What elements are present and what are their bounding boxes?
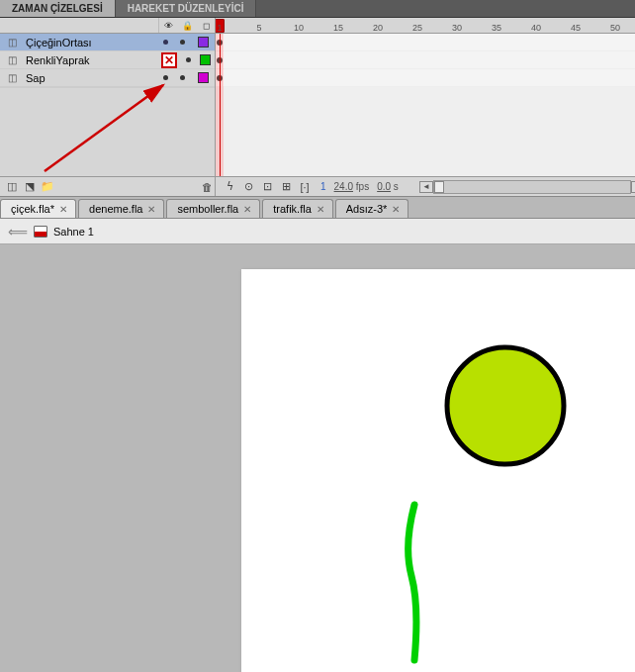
timeline-panel: 👁 🔒 ◻ 15101520253035404550 ◫ÇiçeğinOrtas… [0,18,635,197]
center-frame-button[interactable]: ϟ [222,179,237,195]
tab-label: trafik.fla [273,203,312,215]
ruler-tick: 5 [256,23,261,33]
document-tab[interactable]: Adsız-3*✕ [335,199,409,218]
visibility-dot[interactable] [163,40,168,45]
document-tabs: çiçek.fla*✕deneme.fla✕semboller.fla✕traf… [0,197,635,219]
onion-outline-button[interactable]: ⊡ [259,179,275,195]
visibility-hidden-icon[interactable]: ✕ [161,52,177,68]
layer-name[interactable]: ÇiçeğinOrtası [22,37,157,48]
lock-dot[interactable] [180,40,185,45]
fps-display: 24.0 fps [334,181,370,192]
scroll-left-button[interactable]: ◄ [419,181,433,193]
scroll-right-button[interactable]: ► [631,181,635,193]
frame-row[interactable] [216,51,635,69]
timeline-header: 👁 🔒 ◻ 15101520253035404550 [0,18,635,34]
scroll-thumb[interactable] [434,181,444,193]
layer-buttons: ◫ ⬔ 📁 🗑 [0,177,216,196]
close-icon[interactable]: ✕ [59,204,67,215]
flower-center-shape [447,347,564,464]
tab-motion-editor[interactable]: HAREKET DÜZENLEYİCİ [116,0,257,17]
ruler-tick: 40 [531,23,541,33]
ruler-tick: 35 [492,23,501,33]
visibility-dot[interactable] [163,75,168,80]
new-motion-button[interactable]: ⬔ [22,179,38,195]
back-arrow-icon[interactable]: ⟸ [8,224,28,240]
ruler-tick: 10 [294,23,304,33]
layer-name[interactable]: RenkliYaprak [22,54,157,66]
edit-multi-button[interactable]: ⊞ [278,179,294,195]
delete-layer-button[interactable]: 🗑 [199,179,215,195]
layer-row[interactable]: ◫ÇiçeğinOrtası [0,34,215,51]
scene-name[interactable]: Sahne 1 [53,226,94,238]
lock-dot[interactable] [180,75,185,80]
timeline-scrollbar[interactable]: ◄ ► [433,180,631,194]
frame-row[interactable] [216,34,635,51]
layer-type-icon: ◫ [8,37,22,48]
onion-skin-button[interactable]: ⊙ [240,179,256,195]
stage-canvas[interactable] [241,269,635,672]
ruler-tick: 25 [412,23,422,33]
close-icon[interactable]: ✕ [243,204,251,215]
timeline-header-spacer [0,18,158,33]
ruler-tick: 1 [217,23,222,33]
layer-name[interactable]: Sap [22,72,157,84]
frames-area[interactable] [216,34,635,176]
document-tab[interactable]: semboller.fla✕ [166,199,260,218]
outline-swatch[interactable] [200,54,211,65]
stem-shape [408,505,416,660]
frame-row[interactable] [216,69,635,87]
lock-dot[interactable] [186,57,191,62]
ruler-tick: 45 [571,23,581,33]
panel-tabs: ZAMAN ÇİZELGESİ HAREKET DÜZENLEYİCİ [0,0,635,18]
outline-swatch[interactable] [198,72,209,83]
tab-label: çiçek.fla* [11,203,54,215]
layer-list: ◫ÇiçeğinOrtası◫RenkliYaprak✕◫Sap [0,34,216,176]
stage-artwork [241,269,635,672]
document-tab[interactable]: çiçek.fla*✕ [0,199,76,218]
modify-markers-button[interactable]: [·] [297,179,313,195]
document-tab[interactable]: trafik.fla✕ [262,199,333,218]
edit-bar: ⟸ Sahne 1 [0,219,635,244]
ruler-tick: 50 [610,23,620,33]
new-layer-button[interactable]: ◫ [4,179,20,195]
timeline-body: ◫ÇiçeğinOrtası◫RenkliYaprak✕◫Sap [0,34,635,176]
tab-timeline[interactable]: ZAMAN ÇİZELGESİ [0,0,116,17]
timeline-status: ϟ ⊙ ⊡ ⊞ [·] 1 24.0 fps 0.0 s ◄ ► [216,179,635,195]
timeline-footer: ◫ ⬔ 📁 🗑 ϟ ⊙ ⊡ ⊞ [·] 1 24.0 fps 0.0 s ◄ ► [0,176,635,196]
close-icon[interactable]: ✕ [392,204,400,215]
new-folder-button[interactable]: 📁 [40,179,55,195]
eye-column-icon[interactable]: 👁 [164,21,173,31]
ruler-tick: 30 [452,23,462,33]
tab-label: semboller.fla [177,203,238,215]
playhead-line [220,34,221,176]
close-icon[interactable]: ✕ [147,204,155,215]
timeline-ruler[interactable]: 15101520253035404550 [216,18,635,33]
layers-filler [0,87,215,176]
close-icon[interactable]: ✕ [317,204,324,215]
layer-row[interactable]: ◫Sap [0,69,215,87]
current-frame: 1 [320,181,326,192]
stage-area[interactable] [0,244,635,672]
tab-label: Adsız-3* [346,203,388,215]
tab-label: deneme.fla [89,203,142,215]
layer-type-icon: ◫ [8,72,22,83]
ruler-tick: 15 [333,23,343,33]
outline-swatch[interactable] [198,37,209,48]
layer-row[interactable]: ◫RenkliYaprak✕ [0,51,215,69]
scene-icon [34,226,47,238]
lock-column-icon[interactable]: 🔒 [182,21,193,31]
outline-column-icon[interactable]: ◻ [203,21,210,31]
time-display: 0.0 s [377,181,399,192]
layer-type-icon: ◫ [8,54,22,65]
ruler-tick: 20 [373,23,383,33]
layer-column-headers: 👁 🔒 ◻ [158,18,216,33]
document-tab[interactable]: deneme.fla✕ [78,199,164,218]
frames-filler [216,87,635,176]
